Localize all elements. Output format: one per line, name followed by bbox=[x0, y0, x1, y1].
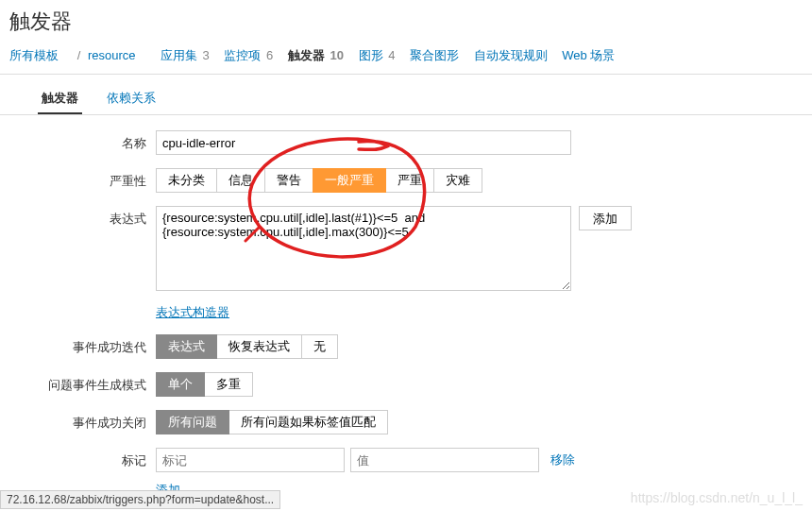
sub-tabs: 触发器 依赖关系 bbox=[0, 75, 812, 115]
severity-btn-5[interactable]: 灾难 bbox=[433, 168, 482, 193]
severity-btn-4[interactable]: 严重 bbox=[385, 168, 434, 193]
ok-close-btn-1[interactable]: 所有问题如果标签值匹配 bbox=[228, 410, 388, 434]
nav-app[interactable]: 应用集 3 bbox=[161, 48, 210, 62]
breadcrumb-sep: / bbox=[77, 48, 81, 62]
name-input[interactable] bbox=[156, 130, 571, 155]
severity-btn-2[interactable]: 警告 bbox=[264, 168, 313, 193]
severity-btn-3[interactable]: 一般严重 bbox=[313, 168, 386, 193]
severity-btn-1[interactable]: 信息 bbox=[216, 168, 265, 193]
label-ok-close: 事件成功关闭 bbox=[9, 410, 156, 432]
nav-items[interactable]: 监控项 6 bbox=[224, 48, 273, 62]
add-expr-button[interactable]: 添加 bbox=[579, 206, 632, 230]
footer-url: 72.16.12.68/zabbix/triggers.php?form=upd… bbox=[0, 490, 280, 509]
breadcrumb-root[interactable]: 所有模板 bbox=[9, 48, 59, 62]
ok-close-btn-0[interactable]: 所有问题 bbox=[156, 410, 229, 434]
tag-value-input[interactable] bbox=[350, 448, 539, 472]
nav-web[interactable]: Web 场景 bbox=[562, 48, 615, 62]
label-name: 名称 bbox=[9, 130, 156, 152]
severity-group: 未分类信息警告一般严重严重灾难 bbox=[156, 168, 482, 193]
nav-tabs: 所有模板 / resource 应用集 3 监控项 6 触发器 10 图形 4 … bbox=[0, 43, 812, 75]
label-problem-mode: 问题事件生成模式 bbox=[9, 372, 156, 394]
problem-mode-group: 单个多重 bbox=[156, 372, 253, 397]
expression-textarea[interactable]: {resource:system.cpu.util[,idle].last(#1… bbox=[156, 206, 571, 291]
nav-graphs[interactable]: 图形 4 bbox=[359, 48, 396, 62]
label-severity: 严重性 bbox=[9, 168, 156, 190]
ok-event-group: 表达式恢复表达式无 bbox=[156, 334, 338, 359]
expr-builder-link[interactable]: 表达式构造器 bbox=[156, 304, 229, 321]
ok-event-btn-1[interactable]: 恢复表达式 bbox=[216, 334, 302, 359]
trigger-form: 名称 严重性 未分类信息警告一般严重严重灾难 表达式 {resource:sys… bbox=[0, 115, 812, 511]
ok-event-btn-0[interactable]: 表达式 bbox=[156, 334, 217, 359]
tag-remove-link[interactable]: 移除 bbox=[550, 451, 575, 468]
nav-triggers[interactable]: 触发器 10 bbox=[288, 48, 344, 62]
breadcrumb-current[interactable]: resource bbox=[88, 48, 136, 62]
label-tags: 标记 bbox=[9, 448, 156, 469]
tag-name-input[interactable] bbox=[156, 448, 345, 472]
ok-close-group: 所有问题所有问题如果标签值匹配 bbox=[156, 410, 388, 434]
watermark: https://blog.csdn.net/n_u_l_l_ bbox=[631, 490, 803, 505]
subtab-deps[interactable]: 依赖关系 bbox=[103, 84, 160, 112]
severity-btn-0[interactable]: 未分类 bbox=[156, 168, 217, 193]
label-ok-event: 事件成功迭代 bbox=[9, 334, 156, 356]
page-title: 触发器 bbox=[0, 0, 812, 43]
label-expression: 表达式 bbox=[9, 206, 156, 228]
ok-event-btn-2[interactable]: 无 bbox=[301, 334, 338, 359]
nav-screens[interactable]: 聚合图形 bbox=[410, 48, 459, 62]
subtab-trigger[interactable]: 触发器 bbox=[38, 84, 82, 114]
problem-mode-btn-0[interactable]: 单个 bbox=[156, 372, 205, 397]
nav-discovery[interactable]: 自动发现规则 bbox=[474, 48, 548, 62]
problem-mode-btn-1[interactable]: 多重 bbox=[204, 372, 253, 397]
